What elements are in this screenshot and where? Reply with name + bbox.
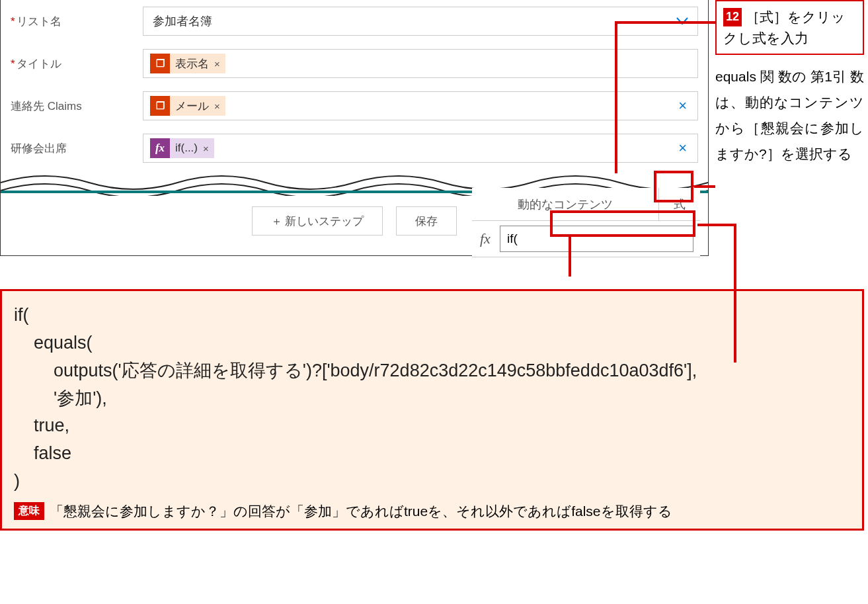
fx-icon: fx: [480, 230, 500, 247]
code-block: if( equals( outputs('応答の詳細を取得する')?['body…: [14, 302, 850, 496]
clear-field-icon[interactable]: ×: [678, 97, 691, 114]
form-row: 連絡先 Claims❐メール××: [1, 85, 708, 127]
field-label: *リスト名: [11, 14, 143, 29]
tab-expression[interactable]: 式: [659, 188, 700, 220]
meaning-row: 意味 「懇親会に参加しますか？」の回答が「参加」であればtrueを、それ以外であ…: [14, 502, 850, 521]
token-remove-icon[interactable]: ×: [214, 101, 225, 112]
expression-input[interactable]: [500, 226, 693, 252]
line-12-h2: [615, 21, 694, 24]
save-button[interactable]: 保存: [396, 206, 457, 236]
form-row: *リスト名参加者名簿: [1, 0, 708, 42]
field-label-text: 連絡先 Claims: [11, 100, 82, 112]
tab-dynamic-content[interactable]: 動的なコンテンツ: [472, 188, 659, 220]
form-row: 研修会出席fxif(...)××: [1, 127, 708, 169]
field-label-text: リスト名: [17, 15, 61, 28]
dropdown-value: 参加者名簿: [153, 13, 212, 29]
expression-tabs: 動的なコンテンツ 式: [472, 188, 700, 221]
step-badge-12: 12: [723, 8, 742, 26]
required-asterisk: *: [11, 15, 15, 28]
field-label: *タイトル: [11, 56, 143, 71]
field-label: 連絡先 Claims: [11, 99, 143, 114]
line-12-h3: [694, 185, 715, 188]
callout-step-12: 12［式］をクリックし式を入力: [715, 0, 864, 55]
token-text: if(...): [170, 142, 203, 155]
bottom-bar: ＋ 新しいステップ 保存 動的なコンテンツ 式 fx: [1, 191, 708, 255]
office-icon: ❐: [150, 54, 170, 73]
line-input-v: [569, 237, 571, 277]
right-annotations: 12［式］をクリックし式を入力 equals 関 数の 第1引 数は、動的なコン…: [715, 0, 864, 167]
field-label-text: 研修会出席: [11, 142, 67, 155]
fx-icon: fx: [150, 138, 170, 158]
dynamic-content-token[interactable]: ❐メール×: [150, 96, 225, 116]
dynamic-content-token[interactable]: ❐表示名×: [150, 54, 225, 73]
new-step-button[interactable]: ＋ 新しいステップ: [252, 206, 383, 236]
line-12-h: [693, 21, 715, 24]
token-text: 表示名: [170, 56, 214, 71]
field-label-text: タイトル: [17, 58, 61, 70]
token-remove-icon[interactable]: ×: [214, 58, 225, 69]
line-equals-h: [697, 224, 736, 226]
form-panel: *リスト名参加者名簿*タイトル❐表示名×連絡先 Claims❐メール××研修会出…: [0, 0, 709, 256]
line-equals-v: [734, 224, 736, 363]
meaning-text: 「懇親会に参加しますか？」の回答が「参加」であればtrueを、それ以外であればf…: [50, 502, 672, 521]
meaning-badge: 意味: [14, 502, 44, 520]
token-remove-icon[interactable]: ×: [203, 143, 214, 154]
clear-field-icon[interactable]: ×: [678, 140, 691, 157]
sidebar-note-equals: equals 関 数の 第1引 数は、動的なコンテンツから［懇親会に参加しますか…: [715, 64, 864, 167]
dynamic-content-token[interactable]: fxif(...)×: [150, 138, 214, 158]
office-icon: ❐: [150, 96, 170, 116]
expression-input-row: fx: [472, 221, 700, 257]
token-text: メール: [170, 99, 214, 114]
required-asterisk: *: [11, 58, 15, 70]
field-label: 研修会出席: [11, 141, 143, 156]
form-row: *タイトル❐表示名×: [1, 42, 708, 85]
line-12-v: [615, 21, 617, 173]
expression-panel: 動的なコンテンツ 式 fx: [472, 188, 700, 257]
